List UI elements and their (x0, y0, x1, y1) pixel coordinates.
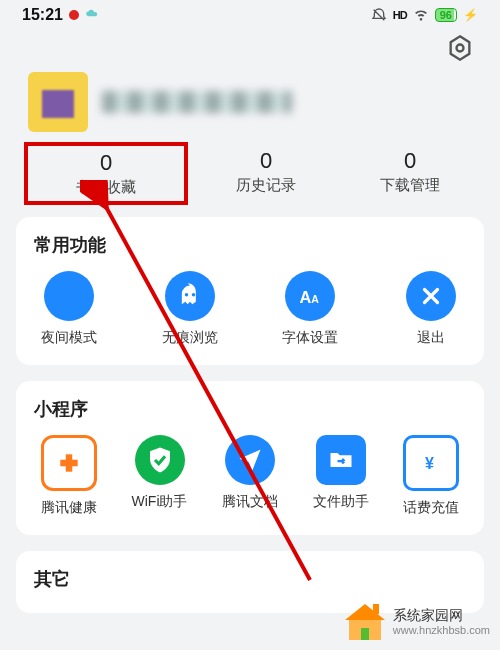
username-blurred (102, 91, 292, 113)
card-title-common: 常用功能 (30, 233, 470, 257)
font-icon: AA (285, 271, 335, 321)
miniapp-recharge[interactable]: ¥ 话费充值 (392, 435, 470, 517)
item-label: 字体设置 (271, 329, 349, 347)
stat-bookmarks-label: 书签收藏 (46, 178, 166, 197)
status-bar: 15:21 HD 96 ⚡ (0, 0, 500, 30)
card-common-functions: 常用功能 夜间模式 无痕浏览 AA 字体设置 (16, 217, 484, 365)
battery-level: 96 (435, 8, 457, 22)
item-label: 文件助手 (302, 493, 380, 511)
svg-point-0 (457, 45, 464, 52)
stat-bookmarks-count: 0 (46, 150, 166, 176)
charging-icon: ⚡ (463, 8, 478, 22)
svg-point-2 (191, 293, 195, 297)
card-title-miniapps: 小程序 (30, 397, 470, 421)
stat-bookmarks[interactable]: 0 书签收藏 (24, 142, 188, 205)
item-incognito[interactable]: 无痕浏览 (151, 271, 229, 347)
watermark-en: www.hnzkhbsb.com (393, 624, 490, 636)
stat-downloads[interactable]: 0 下载管理 (350, 148, 470, 199)
card-miniapps: 小程序 腾讯健康 WiFi助手 腾讯文档 (16, 381, 484, 535)
status-time: 15:21 (22, 6, 63, 24)
health-icon (41, 435, 97, 491)
wifi-icon (413, 6, 429, 25)
miniapp-files[interactable]: 文件助手 (302, 435, 380, 517)
item-exit[interactable]: 退出 (392, 271, 470, 347)
miniapp-health[interactable]: 腾讯健康 (30, 435, 108, 517)
svg-text:¥: ¥ (425, 455, 434, 472)
watermark: 系统家园网 www.hnzkhbsb.com (345, 604, 490, 640)
svg-text:A: A (311, 293, 319, 305)
settings-icon[interactable] (446, 34, 474, 62)
watermark-cn: 系统家园网 (393, 607, 463, 623)
item-font-settings[interactable]: AA 字体设置 (271, 271, 349, 347)
house-logo-icon (345, 604, 385, 640)
item-label: 腾讯健康 (30, 499, 108, 517)
avatar (28, 72, 88, 132)
item-label: 夜间模式 (30, 329, 108, 347)
item-label: 退出 (392, 329, 470, 347)
sync-icon (85, 8, 99, 22)
item-label: 无痕浏览 (151, 329, 229, 347)
svg-point-1 (184, 293, 188, 297)
stat-history-count: 0 (206, 148, 326, 174)
stat-history-label: 历史记录 (206, 176, 326, 195)
card-title-other: 其它 (30, 567, 470, 591)
item-label: WiFi助手 (121, 493, 199, 511)
stats-row: 0 书签收藏 0 历史记录 0 下载管理 (0, 138, 500, 217)
folder-arrow-icon (316, 435, 366, 485)
item-label: 话费充值 (392, 499, 470, 517)
stat-history[interactable]: 0 历史记录 (206, 148, 326, 199)
hd-indicator: HD (393, 9, 407, 21)
close-icon (406, 271, 456, 321)
miniapp-wifi[interactable]: WiFi助手 (121, 435, 199, 517)
miniapp-docs[interactable]: 腾讯文档 (211, 435, 289, 517)
item-night-mode[interactable]: 夜间模式 (30, 271, 108, 347)
svg-rect-6 (60, 460, 77, 467)
moon-icon (44, 271, 94, 321)
stat-downloads-label: 下载管理 (350, 176, 470, 195)
shield-icon (135, 435, 185, 485)
stat-downloads-count: 0 (350, 148, 470, 174)
ghost-icon (165, 271, 215, 321)
item-label: 腾讯文档 (211, 493, 289, 511)
alarm-off-icon (371, 7, 387, 23)
record-dot-icon (69, 10, 79, 20)
yen-icon: ¥ (403, 435, 459, 491)
paper-plane-icon (225, 435, 275, 485)
svg-text:A: A (300, 288, 312, 306)
profile-row[interactable] (0, 62, 500, 138)
